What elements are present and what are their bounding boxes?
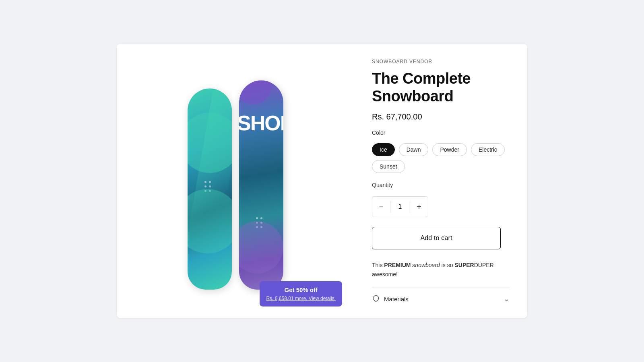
desc-snowboard: snowboard — [412, 262, 440, 268]
color-option-ice[interactable]: Ice — [372, 143, 395, 156]
discount-badge[interactable]: Get 50% off Rs. 6,658.01 more. View deta… — [260, 281, 342, 306]
product-image-area: SHOPIFY Get 50% off Rs. 6,658.01 more. V… — [117, 44, 354, 318]
color-option-sunset[interactable]: Sunset — [372, 160, 405, 173]
snowboard-dots-right — [256, 217, 262, 228]
product-description: This PREMIUM snowboard is so SUPERDUPERa… — [372, 261, 510, 279]
snowboard-dots-left — [204, 181, 211, 192]
add-to-cart-button[interactable]: Add to cart — [372, 227, 501, 249]
snowboard-left-image — [188, 88, 232, 290]
materials-label: Materials — [384, 296, 409, 302]
product-info-panel: SNOWBOARD VENDOR The Complete Snowboard … — [354, 44, 527, 318]
snowboard-image-group: SHOPIFY — [188, 64, 283, 314]
page-background: SHOPIFY Get 50% off Rs. 6,658.01 more. V… — [0, 0, 644, 362]
color-option-electric[interactable]: Electric — [471, 143, 505, 156]
quantity-value: 1 — [390, 203, 410, 210]
vendor-label: SNOWBOARD VENDOR — [372, 59, 510, 64]
materials-icon — [372, 295, 380, 303]
desc-superduper: SUPER — [454, 262, 474, 268]
shopify-text-overlay: SHOPIFY — [239, 113, 283, 134]
color-option-powder[interactable]: Powder — [432, 143, 466, 156]
color-label: Color — [372, 130, 510, 136]
quantity-stepper: − 1 + — [372, 196, 428, 217]
product-price: Rs. 67,700.00 — [372, 112, 510, 121]
materials-chevron-icon: ⌄ — [504, 294, 510, 303]
product-card: SHOPIFY Get 50% off Rs. 6,658.01 more. V… — [117, 44, 527, 318]
quantity-increase-button[interactable]: + — [410, 197, 428, 217]
color-options-group: Ice Dawn Powder Electric Sunset — [372, 143, 510, 173]
snowboard-right-image: SHOPIFY — [239, 80, 283, 290]
quantity-decrease-button[interactable]: − — [372, 197, 390, 217]
product-title: The Complete Snowboard — [372, 70, 510, 105]
desc-duper: DUPER — [474, 262, 494, 268]
desc-premium: PREMIUM — [384, 262, 411, 268]
quantity-label: Quantity — [372, 182, 510, 188]
color-option-dawn[interactable]: Dawn — [399, 143, 429, 156]
discount-badge-subtitle: Rs. 6,658.01 more. View details. — [266, 295, 336, 302]
discount-badge-title: Get 50% off — [266, 285, 336, 295]
materials-accordion[interactable]: Materials ⌄ — [372, 288, 510, 303]
